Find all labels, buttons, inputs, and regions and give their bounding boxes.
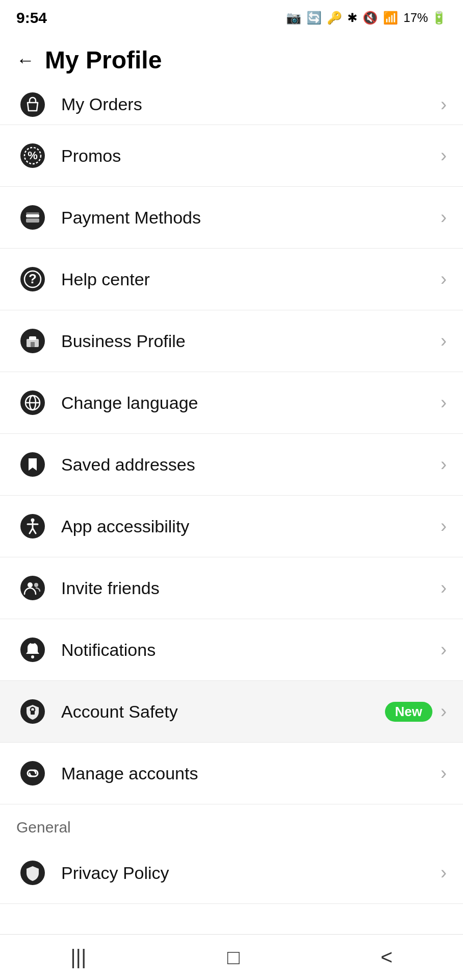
menu-item-account-safety[interactable]: Account Safety New ›: [0, 681, 463, 743]
manage-accounts-label: Manage accounts: [61, 764, 441, 783]
menu-item-promos[interactable]: % Promos ›: [0, 125, 463, 187]
promos-label: Promos: [61, 146, 441, 166]
key-icon: 🔑: [327, 11, 342, 25]
status-time: 9:54: [16, 9, 47, 27]
invite-friends-label: Invite friends: [61, 578, 441, 598]
chevron-right-icon: ›: [441, 577, 447, 599]
mute-icon: 🔇: [363, 11, 378, 25]
payment-methods-label: Payment Methods: [61, 208, 441, 228]
page-title: My Profile: [45, 46, 162, 74]
menu-item-payment-methods[interactable]: Payment Methods ›: [0, 187, 463, 249]
menu-item-my-orders[interactable]: My Orders ›: [0, 88, 463, 125]
svg-point-30: [31, 655, 34, 658]
menu-item-manage-accounts[interactable]: Manage accounts ›: [0, 743, 463, 804]
link-icon: [16, 757, 49, 790]
promos-icon: %: [16, 139, 49, 172]
chevron-right-icon: ›: [441, 516, 447, 537]
chevron-right-icon: ›: [441, 639, 447, 660]
account-safety-label: Account Safety: [61, 702, 385, 722]
privacy-policy-label: Privacy Policy: [61, 863, 441, 883]
business-profile-label: Business Profile: [61, 331, 441, 351]
svg-point-28: [34, 583, 38, 587]
notifications-label: Notifications: [61, 640, 441, 660]
menu-list: % Promos › Payment Methods › ?: [0, 125, 463, 804]
svg-point-34: [20, 761, 45, 786]
saved-addresses-label: Saved addresses: [61, 455, 441, 475]
status-icons: 📷 🔄 🔑 ✱ 🔇 📶 17% 🔋: [286, 11, 447, 25]
friends-icon: [16, 572, 49, 604]
my-orders-label: My Orders: [61, 94, 441, 114]
menu-item-saved-addresses[interactable]: Saved addresses ›: [0, 434, 463, 496]
menu-item-help-center[interactable]: ? Help center ›: [0, 249, 463, 310]
svg-rect-31: [31, 642, 35, 644]
chevron-right-icon: ›: [441, 94, 447, 115]
help-center-label: Help center: [61, 270, 441, 289]
nav-back-icon[interactable]: <: [380, 946, 392, 969]
shield-lock-icon: [16, 695, 49, 728]
menu-item-privacy-policy[interactable]: Privacy Policy ›: [0, 842, 463, 904]
svg-rect-6: [26, 218, 39, 223]
menu-item-invite-friends[interactable]: Invite friends ›: [0, 557, 463, 619]
nav-menu-icon[interactable]: |||: [70, 946, 86, 969]
menu-item-app-accessibility[interactable]: App accessibility ›: [0, 496, 463, 557]
chevron-right-icon: ›: [441, 392, 447, 413]
svg-rect-33: [31, 710, 35, 715]
help-icon: ?: [16, 263, 49, 296]
shield-icon: [16, 856, 49, 889]
payment-icon: [16, 201, 49, 234]
chevron-right-icon: ›: [441, 862, 447, 884]
chevron-right-icon: ›: [441, 145, 447, 166]
svg-rect-5: [26, 214, 39, 217]
svg-point-21: [31, 519, 35, 522]
app-accessibility-label: App accessibility: [61, 517, 441, 536]
chevron-right-icon: ›: [441, 454, 447, 475]
menu-item-business-profile[interactable]: Business Profile ›: [0, 310, 463, 372]
rotate-icon: 🔄: [306, 11, 322, 25]
bell-icon: [16, 633, 49, 666]
wifi-icon: 📶: [383, 11, 398, 25]
svg-rect-14: [31, 342, 35, 347]
change-language-label: Change language: [61, 393, 441, 413]
business-icon: [16, 325, 49, 357]
bluetooth-icon: ✱: [347, 11, 357, 25]
chevron-right-icon: ›: [441, 763, 447, 784]
menu-item-notifications[interactable]: Notifications ›: [0, 619, 463, 681]
svg-point-27: [28, 582, 33, 587]
bag-icon: [16, 88, 49, 121]
svg-rect-7: [26, 212, 39, 214]
svg-point-0: [20, 92, 45, 117]
section-header-general: General: [0, 804, 463, 842]
camera-icon: 📷: [286, 11, 301, 25]
accessibility-icon: [16, 510, 49, 543]
new-badge: New: [385, 702, 432, 722]
battery-label: 17% 🔋: [403, 11, 447, 25]
svg-text:?: ?: [29, 271, 37, 286]
svg-rect-13: [29, 336, 36, 340]
chevron-right-icon: ›: [441, 268, 447, 290]
svg-text:%: %: [28, 149, 38, 162]
header: ← My Profile: [0, 36, 463, 88]
bottom-nav: ||| □ <: [0, 934, 463, 980]
chevron-right-icon: ›: [441, 207, 447, 228]
status-bar: 9:54 📷 🔄 🔑 ✱ 🔇 📶 17% 🔋: [0, 0, 463, 36]
chevron-right-icon: ›: [441, 330, 447, 352]
chevron-right-icon: ›: [441, 701, 447, 722]
bookmark-icon: [16, 448, 49, 481]
menu-item-change-language[interactable]: Change language ›: [0, 372, 463, 434]
language-icon: [16, 386, 49, 419]
back-button[interactable]: ←: [16, 50, 35, 71]
nav-home-icon[interactable]: □: [227, 946, 240, 969]
